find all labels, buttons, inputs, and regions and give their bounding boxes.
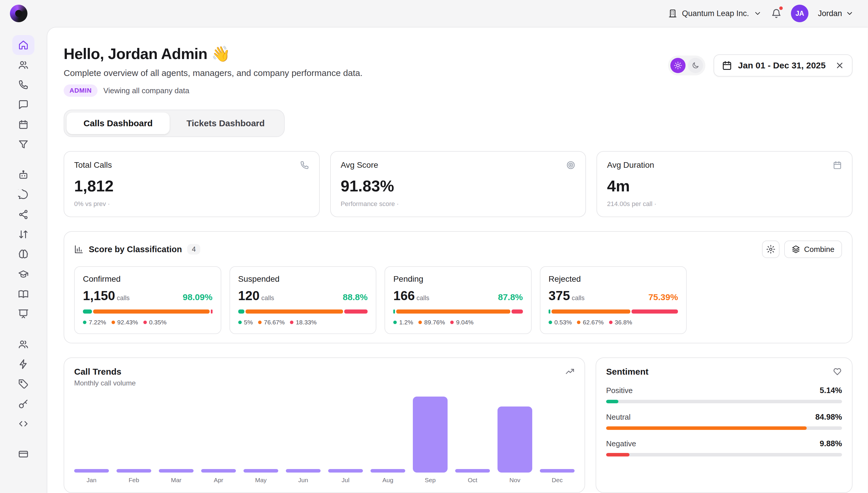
close-icon bbox=[835, 61, 844, 70]
classification-settings-button[interactable] bbox=[762, 240, 779, 258]
bar-mar bbox=[159, 469, 193, 473]
class-legend: 5% 76.67% 18.33% bbox=[238, 319, 368, 326]
presentation-icon bbox=[18, 308, 29, 319]
tab-tickets-dashboard[interactable]: Tickets Dashboard bbox=[169, 112, 282, 134]
xaxis-label: Oct bbox=[455, 477, 490, 484]
stat-label: Avg Score bbox=[341, 160, 379, 170]
bar-chart-icon bbox=[74, 244, 84, 254]
sidebar-item-agents[interactable] bbox=[12, 55, 35, 75]
xaxis-label: Mar bbox=[159, 477, 193, 484]
stat-note: Performance score · bbox=[341, 200, 576, 208]
sidebar-item-calendar[interactable] bbox=[12, 114, 35, 134]
tab-calls-dashboard[interactable]: Calls Dashboard bbox=[67, 112, 169, 134]
green-dot bbox=[393, 321, 397, 324]
progress-track bbox=[606, 400, 842, 403]
sidebar-item-developer[interactable] bbox=[12, 414, 35, 434]
date-range-picker[interactable]: Jan 01 - Dec 31, 2025 bbox=[713, 55, 852, 77]
progress-track bbox=[606, 453, 842, 456]
class-calls: 120 bbox=[238, 288, 259, 303]
badge-row: ADMIN Viewing all company data bbox=[64, 84, 363, 97]
filter-icon bbox=[18, 139, 29, 150]
stat-card-avg-duration: Avg Duration 4m 214.00s per call · bbox=[596, 151, 852, 217]
class-card-pending: Pending 166calls 87.8% 1.2% 89.76% 9.04% bbox=[385, 266, 532, 334]
class-calls-unit: calls bbox=[261, 294, 274, 302]
xaxis-label: Dec bbox=[540, 477, 575, 484]
stat-value: 1,812 bbox=[74, 177, 309, 195]
layers-icon bbox=[792, 245, 800, 253]
sidebar-item-tags[interactable] bbox=[12, 374, 35, 394]
org-name: Quantum Leap Inc. bbox=[682, 9, 749, 18]
sidebar-item-transfers[interactable] bbox=[12, 224, 35, 244]
users-icon bbox=[18, 60, 29, 70]
combine-button[interactable]: Combine bbox=[784, 240, 842, 258]
xaxis-label: Nov bbox=[498, 477, 532, 484]
app-logo[interactable] bbox=[10, 5, 27, 22]
combine-label: Combine bbox=[804, 245, 835, 254]
sentiment-row-negative: Negative9.88% bbox=[606, 439, 842, 456]
sidebar-item-intelligence[interactable] bbox=[12, 244, 35, 264]
graduation-cap-icon bbox=[18, 269, 29, 279]
sidebar-item-training[interactable] bbox=[12, 264, 35, 284]
sidebar-item-team[interactable] bbox=[12, 334, 35, 354]
sentiment-card: Sentiment Positive5.14% Neutral84.98% Ne… bbox=[596, 358, 852, 493]
sentiment-label: Positive bbox=[606, 386, 633, 395]
theme-toggle[interactable] bbox=[668, 56, 705, 76]
sidebar-item-library[interactable] bbox=[12, 284, 35, 304]
red-dot bbox=[609, 321, 613, 324]
sidebar-item-home[interactable] bbox=[12, 35, 35, 55]
sidebar-item-bot[interactable] bbox=[12, 165, 35, 185]
class-title: Rejected bbox=[549, 274, 678, 284]
class-segment-bar bbox=[83, 309, 212, 314]
message-circle-icon bbox=[18, 189, 29, 200]
progress-fill bbox=[606, 400, 618, 403]
class-calls-unit: calls bbox=[572, 294, 585, 302]
class-legend: 1.2% 89.76% 9.04% bbox=[393, 319, 523, 326]
clear-date-button[interactable] bbox=[835, 61, 844, 70]
chevron-down-icon bbox=[846, 9, 854, 18]
classification-title: Score by Classification bbox=[89, 244, 182, 254]
book-open-icon bbox=[18, 289, 29, 299]
sentiment-value: 84.98% bbox=[815, 413, 842, 422]
sentiment-value: 5.14% bbox=[820, 386, 842, 395]
sidebar bbox=[0, 27, 47, 493]
bar-jul bbox=[328, 469, 363, 473]
avatar[interactable]: JA bbox=[791, 5, 808, 22]
sidebar-item-calls[interactable] bbox=[12, 75, 35, 95]
sidebar-item-filters[interactable] bbox=[12, 134, 35, 154]
sidebar-item-automations[interactable] bbox=[12, 354, 35, 374]
stat-card-avg-score: Avg Score 91.83% Performance score · bbox=[330, 151, 586, 217]
bar-dec bbox=[540, 469, 575, 473]
page-title: Hello, Jordan Admin 👋 bbox=[64, 45, 363, 63]
sidebar-item-chat[interactable] bbox=[12, 185, 35, 205]
main-content: Hello, Jordan Admin 👋 Complete overview … bbox=[47, 27, 868, 493]
light-mode-button[interactable] bbox=[670, 58, 686, 73]
progress-track bbox=[606, 426, 842, 430]
bar-feb bbox=[116, 469, 151, 473]
network-icon bbox=[18, 209, 29, 220]
xaxis-label: Jul bbox=[328, 477, 363, 484]
class-segment-bar bbox=[393, 309, 523, 314]
orange-dot bbox=[577, 321, 580, 324]
sidebar-item-api-keys[interactable] bbox=[12, 394, 35, 414]
target-icon bbox=[566, 160, 575, 170]
xaxis-label: Jun bbox=[286, 477, 321, 484]
call-trends-xaxis: Jan Feb Mar Apr May Jun Jul Aug Sep Oct … bbox=[74, 477, 575, 484]
dark-mode-button[interactable] bbox=[688, 58, 703, 73]
call-trends-card: Call Trends Monthly call volume bbox=[64, 358, 585, 493]
stat-value: 91.83% bbox=[341, 177, 576, 195]
sentiment-row-positive: Positive5.14% bbox=[606, 386, 842, 403]
class-calls: 166 bbox=[393, 288, 415, 303]
notification-dot bbox=[779, 6, 783, 10]
notifications-button[interactable] bbox=[771, 8, 782, 19]
sidebar-item-workflows[interactable] bbox=[12, 205, 35, 224]
classification-count-badge: 4 bbox=[187, 244, 200, 255]
xaxis-label: Apr bbox=[201, 477, 236, 484]
org-switcher[interactable]: Quantum Leap Inc. bbox=[668, 9, 762, 18]
classification-grid: Confirmed 1,150calls 98.09% 7.22% 92.43%… bbox=[74, 266, 842, 334]
key-icon bbox=[18, 399, 29, 409]
sidebar-item-billing[interactable] bbox=[12, 444, 35, 464]
moon-icon bbox=[691, 61, 700, 69]
sidebar-item-presentations[interactable] bbox=[12, 304, 35, 324]
user-menu[interactable]: Jordan bbox=[818, 9, 854, 18]
sidebar-item-messages[interactable] bbox=[12, 95, 35, 114]
